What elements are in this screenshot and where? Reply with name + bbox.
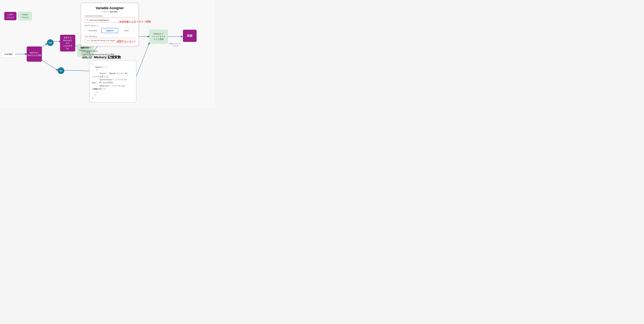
va-title: Variable Assigner: [85, 6, 135, 10]
svg-line-7: [136, 43, 150, 76]
memory-judge-node: Memoryに 保存するか判断: [27, 46, 42, 62]
memory-edit-label: 編集: [82, 55, 88, 59]
user-speech-node: User発話: [1, 51, 16, 57]
answer-node: 回答: [183, 30, 197, 42]
svg-line-2: [42, 60, 58, 70]
memory-content: { "memory": [ { "facts": [猫を飼っている, 新し いス…: [92, 63, 133, 100]
set-variable-value: Escape the string to an object.: [91, 39, 116, 41]
memory-prompt-label: 記憶をプロンプトに入れる: [169, 43, 182, 47]
python-convert-node: Pythonオブ ジェクトをテキ ストに変換: [150, 30, 168, 43]
memory-box: { "memory": [ { "facts": [猫を飼っている, 新し いス…: [89, 60, 136, 102]
va-subtitle: メモリー編集機能: [85, 10, 135, 13]
clear-button[interactable]: Clear: [118, 28, 134, 33]
assigned-variable-value: memory Array[Object]: [90, 19, 109, 21]
yes-circle: Yes: [47, 39, 54, 46]
help-icon: ?: [96, 24, 98, 27]
assigned-annotation: 追加対象となるメモリー変数: [119, 20, 151, 24]
memory-title: Memory 記憶変数: [94, 55, 121, 59]
refresh-small-icon: ↻: [87, 19, 88, 21]
write-mode-label: WRITE MODE ?: [85, 24, 135, 27]
code-icon: </>: [87, 39, 90, 42]
no-circle: No: [58, 67, 64, 74]
refresh-icon: ⟳: [89, 55, 92, 59]
set-variable-label: SET VARIABLE: [85, 36, 135, 37]
memory-annotation: 追加するメモリー: [116, 40, 136, 43]
edit-method-1: - Overwrite(上書き): [81, 49, 114, 53]
legend-llm: LLMの プロセス: [4, 12, 16, 20]
save-memory-node: 保存する Memoryを 出力 (Json文字 列): [60, 35, 75, 51]
legend-code: Codeの プロセス: [18, 12, 32, 20]
assigned-variable-label: ASSIGNED VARIABLE: [85, 15, 135, 17]
edit-methods-title: 編集方法: [81, 46, 114, 49]
canvas: LLMの プロセス Codeの プロセス User発話 Memoryに 保存する…: [0, 0, 215, 108]
overwrite-button[interactable]: Overwrite: [85, 28, 101, 33]
memory-header: 編集 ⟳ Memory 記憶変数: [82, 55, 121, 59]
append-button[interactable]: Append: [101, 28, 118, 33]
write-mode-buttons: Overwrite Append Clear: [85, 27, 135, 33]
svg-line-1: [42, 43, 47, 47]
